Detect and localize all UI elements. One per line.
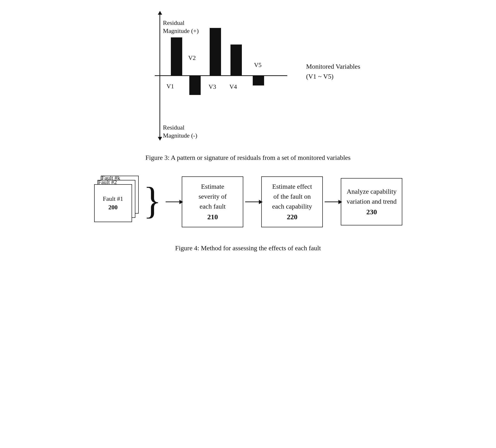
x-axis xyxy=(155,75,287,76)
box2-line3: each capability xyxy=(272,202,312,211)
monitored-label-line2: (V1 ~ V5) xyxy=(306,72,360,81)
label-v3: V3 xyxy=(209,83,216,90)
box3-line1: Analyze capability xyxy=(347,187,397,196)
process-box-230: Analyze capability variation and trend 2… xyxy=(341,178,402,225)
box2-num: 220 xyxy=(287,211,297,222)
arrow3-line xyxy=(325,202,339,202)
flowchart: Fault #k Fault #2 Fault #1 200 } Estimat… xyxy=(94,176,403,228)
box2-line2: of the fault on xyxy=(273,192,311,202)
arrow1 xyxy=(166,202,180,202)
box2-line1: Estimate effect xyxy=(272,182,312,192)
y-label-negative-text: ResidualMagnitude (-) xyxy=(163,124,197,139)
label-v2: V2 xyxy=(188,54,196,62)
y-label-positive: ResidualMagnitude (+) xyxy=(163,19,199,35)
bar-v5 xyxy=(253,76,264,85)
arrow2 xyxy=(245,202,259,202)
label-v5: V5 xyxy=(254,62,262,69)
box3-num: 230 xyxy=(366,207,377,217)
box1-num: 210 xyxy=(207,211,218,222)
monitored-variables-label: Monitored Variables (V1 ~ V5) xyxy=(306,62,360,81)
curly-brace: } xyxy=(143,182,162,220)
arrow1-line xyxy=(166,202,180,202)
y-label-positive-text: ResidualMagnitude (+) xyxy=(163,19,199,34)
monitored-label-line1: Monitored Variables xyxy=(306,62,360,72)
y-label-negative: ResidualMagnitude (-) xyxy=(163,124,197,140)
fault1-label: Fault #1 xyxy=(103,195,123,203)
process-box-210: Estimate severity of each fault 210 xyxy=(182,176,243,227)
arrow2-line xyxy=(245,202,259,202)
chart-area: ResidualMagnitude (+) ResidualMagnitude … xyxy=(136,14,360,147)
figure4-caption: Figure 4: Method for assessing the effec… xyxy=(175,244,321,252)
process-box-220: Estimate effect of the fault on each cap… xyxy=(261,176,323,227)
box3-line2: variation and trend xyxy=(347,196,397,207)
arrow3 xyxy=(325,202,339,202)
figure3-section: ResidualMagnitude (+) ResidualMagnitude … xyxy=(19,14,477,161)
label-v4: V4 xyxy=(230,83,237,90)
bar-chart: ResidualMagnitude (+) ResidualMagnitude … xyxy=(136,14,297,147)
fault1-num: 200 xyxy=(108,203,118,212)
bar-v3 xyxy=(210,28,221,75)
fault-box-1: Fault #1 200 xyxy=(94,184,132,222)
figure4-section: Fault #k Fault #2 Fault #1 200 } Estimat… xyxy=(19,176,477,252)
bar-v4 xyxy=(231,45,242,75)
bar-v1 xyxy=(171,37,182,75)
label-v1: V1 xyxy=(167,83,174,90)
bar-v2 xyxy=(189,76,201,95)
fault-stack: Fault #k Fault #2 Fault #1 200 xyxy=(94,176,141,228)
figure3-caption: Figure 3: A pattern or signature of resi… xyxy=(145,154,350,161)
box1-line3: each fault xyxy=(200,202,226,211)
box1-line1: Estimate xyxy=(201,182,224,192)
box1-line2: severity of xyxy=(199,192,227,202)
